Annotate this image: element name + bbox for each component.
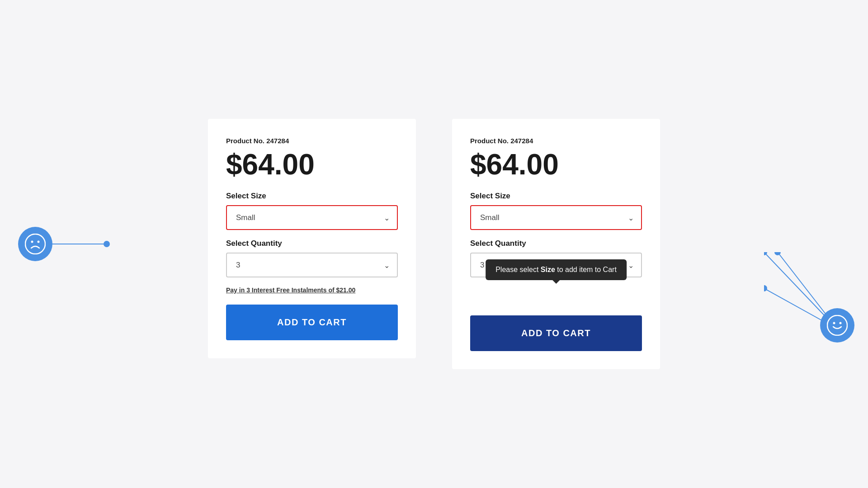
svg-point-10 <box>833 322 835 324</box>
happy-face-annotation <box>820 254 854 343</box>
main-container: Product No. 247284 $64.00 Select Size Sm… <box>208 119 660 369</box>
left-size-select-wrapper: Small Medium Large X-Large ⌄ <box>226 205 398 230</box>
happy-face-icon <box>820 308 854 343</box>
svg-point-6 <box>764 252 767 255</box>
left-product-no: Product No. 247284 <box>226 137 398 145</box>
right-quantity-label: Select Quantity <box>470 239 642 248</box>
right-product-card: Product No. 247284 $64.00 Select Size Sm… <box>452 119 660 369</box>
left-quantity-select[interactable]: 1 2 3 4 5 <box>226 253 398 277</box>
svg-point-7 <box>774 252 781 255</box>
left-product-card: Product No. 247284 $64.00 Select Size Sm… <box>208 119 416 358</box>
sad-face-icon <box>18 227 52 261</box>
left-size-label: Select Size <box>226 192 398 201</box>
size-tooltip: Please select Size to add item to Cart <box>486 259 627 280</box>
right-size-select[interactable]: Small Medium Large X-Large <box>470 205 642 230</box>
left-size-select[interactable]: Small Medium Large X-Large <box>226 205 398 230</box>
right-size-label: Select Size <box>470 192 642 201</box>
left-quantity-select-wrapper: 1 2 3 4 5 ⌄ <box>226 253 398 277</box>
left-add-to-cart-button[interactable]: ADD TO CART <box>226 305 398 340</box>
svg-point-9 <box>827 315 847 335</box>
left-installment-link[interactable]: Pay in 3 Interest Free Instalments of $2… <box>226 286 398 294</box>
svg-point-11 <box>840 322 842 324</box>
left-price: $64.00 <box>226 150 398 179</box>
svg-point-8 <box>764 285 767 291</box>
svg-point-2 <box>38 241 40 243</box>
right-size-select-wrapper: Small Medium Large X-Large ⌄ <box>470 205 642 230</box>
right-add-to-cart-button[interactable]: ADD TO CART <box>470 315 642 351</box>
left-quantity-label: Select Quantity <box>226 239 398 248</box>
svg-point-0 <box>25 234 45 254</box>
right-product-no: Product No. 247284 <box>470 137 642 145</box>
tooltip-wrapper: Pay in 3 Interest Free Instalments of $2… <box>470 286 642 294</box>
svg-point-1 <box>31 241 33 243</box>
sad-face-annotation <box>18 227 107 261</box>
right-price: $64.00 <box>470 150 642 179</box>
